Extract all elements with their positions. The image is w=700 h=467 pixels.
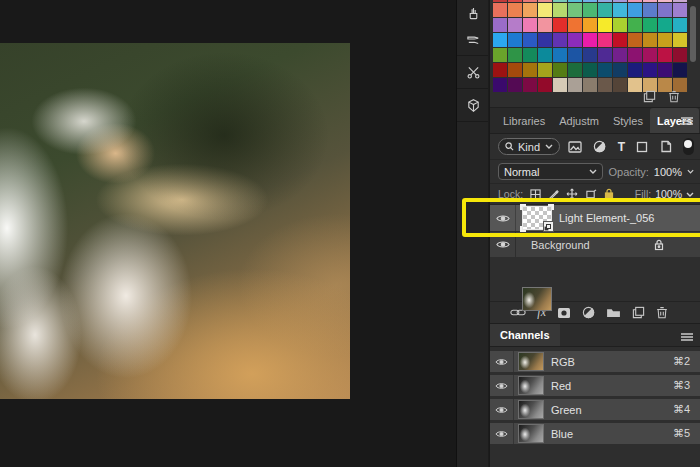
- filter-pixel-layers-icon[interactable]: [568, 141, 582, 153]
- swatch[interactable]: [553, 18, 567, 32]
- swatch[interactable]: [508, 18, 522, 32]
- swatch[interactable]: [598, 63, 612, 77]
- swatch[interactable]: [583, 0, 597, 2]
- swatch[interactable]: [493, 33, 507, 47]
- swatch[interactable]: [673, 33, 687, 47]
- swatch[interactable]: [553, 78, 567, 92]
- swatch[interactable]: [493, 18, 507, 32]
- swatch[interactable]: [583, 63, 597, 77]
- filter-shape-layers-icon[interactable]: [636, 141, 648, 153]
- visibility-eye-icon[interactable]: [495, 430, 508, 438]
- new-swatch-icon[interactable]: [643, 90, 656, 103]
- swatch[interactable]: [583, 48, 597, 62]
- swatch[interactable]: [508, 0, 522, 2]
- visibility-eye-icon[interactable]: [495, 382, 508, 390]
- channel-row-blue[interactable]: Blue ⌘5: [490, 423, 700, 444]
- swatch[interactable]: [508, 63, 522, 77]
- tab-adjustments[interactable]: Adjustm: [552, 108, 606, 133]
- swatch[interactable]: [583, 3, 597, 17]
- swatch[interactable]: [508, 48, 522, 62]
- swatch[interactable]: [493, 3, 507, 17]
- swatch[interactable]: [568, 78, 582, 92]
- swatch[interactable]: [628, 33, 642, 47]
- swatch[interactable]: [643, 3, 657, 17]
- swatch[interactable]: [538, 48, 552, 62]
- swatch[interactable]: [598, 0, 612, 2]
- swatch[interactable]: [538, 18, 552, 32]
- tab-libraries[interactable]: Libraries: [496, 108, 552, 133]
- opacity-value[interactable]: 100%: [654, 166, 682, 178]
- fill-value[interactable]: 100%: [655, 188, 682, 200]
- swatch[interactable]: [643, 33, 657, 47]
- swatches-scrollbar[interactable]: [690, 6, 696, 62]
- swatch[interactable]: [658, 18, 672, 32]
- swatch[interactable]: [538, 33, 552, 47]
- lock-transparency-icon[interactable]: [530, 189, 541, 200]
- swatch[interactable]: [553, 33, 567, 47]
- swatch[interactable]: [598, 18, 612, 32]
- swatch[interactable]: [673, 18, 687, 32]
- swatch[interactable]: [508, 78, 522, 92]
- swatch[interactable]: [523, 63, 537, 77]
- swatch[interactable]: [538, 63, 552, 77]
- layer-name[interactable]: Background: [531, 239, 590, 251]
- swatch[interactable]: [658, 63, 672, 77]
- swatch[interactable]: [643, 0, 657, 2]
- swatch[interactable]: [583, 78, 597, 92]
- brush-settings-panel-button[interactable]: [457, 26, 490, 52]
- swatch[interactable]: [658, 0, 672, 2]
- swatch[interactable]: [523, 48, 537, 62]
- delete-layer-trash-icon[interactable]: [656, 306, 668, 319]
- swatch[interactable]: [628, 63, 642, 77]
- swatch[interactable]: [553, 3, 567, 17]
- layer-mask-icon[interactable]: [557, 307, 571, 319]
- swatch[interactable]: [628, 78, 642, 92]
- chevron-down-icon[interactable]: [687, 169, 694, 174]
- swatch[interactable]: [493, 78, 507, 92]
- swatch[interactable]: [598, 78, 612, 92]
- swatch[interactable]: [523, 3, 537, 17]
- layer-thumbnail-photo[interactable]: [523, 288, 551, 310]
- panel-menu-icon[interactable]: [680, 332, 694, 342]
- swatch[interactable]: [523, 33, 537, 47]
- adjustment-layer-icon[interactable]: [582, 306, 595, 319]
- lock-position-icon[interactable]: [566, 188, 578, 200]
- swatch[interactable]: [538, 3, 552, 17]
- layer-row-light-element[interactable]: Light Element-_056: [490, 205, 700, 231]
- swatch[interactable]: [613, 0, 627, 2]
- swatch[interactable]: [673, 3, 687, 17]
- tool-presets-panel-button[interactable]: [457, 59, 490, 85]
- swatch[interactable]: [538, 78, 552, 92]
- channel-row-red[interactable]: Red ⌘3: [490, 375, 700, 396]
- swatch[interactable]: [643, 48, 657, 62]
- visibility-eye-icon[interactable]: [496, 214, 510, 223]
- lock-all-icon[interactable]: [604, 188, 614, 200]
- swatch[interactable]: [628, 18, 642, 32]
- swatch[interactable]: [628, 48, 642, 62]
- swatch[interactable]: [598, 3, 612, 17]
- swatch[interactable]: [568, 63, 582, 77]
- swatch[interactable]: [658, 33, 672, 47]
- swatch[interactable]: [658, 48, 672, 62]
- channel-row-green[interactable]: Green ⌘4: [490, 399, 700, 420]
- document-image[interactable]: [0, 43, 350, 399]
- layer-name[interactable]: Light Element-_056: [559, 212, 654, 224]
- visibility-eye-icon[interactable]: [496, 240, 510, 249]
- filter-kind-dropdown[interactable]: Kind: [498, 138, 560, 155]
- swatch[interactable]: [658, 3, 672, 17]
- swatch[interactable]: [568, 0, 582, 2]
- layer-row-background[interactable]: Background: [490, 232, 700, 257]
- filter-adjustment-layers-icon[interactable]: [593, 140, 606, 153]
- 3d-panel-button[interactable]: [457, 92, 490, 118]
- visibility-eye-icon[interactable]: [495, 358, 508, 366]
- channel-row-rgb[interactable]: RGB ⌘2: [490, 351, 700, 372]
- visibility-eye-icon[interactable]: [495, 406, 508, 414]
- swatch[interactable]: [613, 18, 627, 32]
- filter-toggle-switch[interactable]: [683, 138, 694, 155]
- swatch[interactable]: [598, 33, 612, 47]
- swatch[interactable]: [568, 3, 582, 17]
- tab-styles[interactable]: Styles: [606, 108, 650, 133]
- swatch[interactable]: [613, 48, 627, 62]
- swatch[interactable]: [583, 33, 597, 47]
- swatch[interactable]: [508, 3, 522, 17]
